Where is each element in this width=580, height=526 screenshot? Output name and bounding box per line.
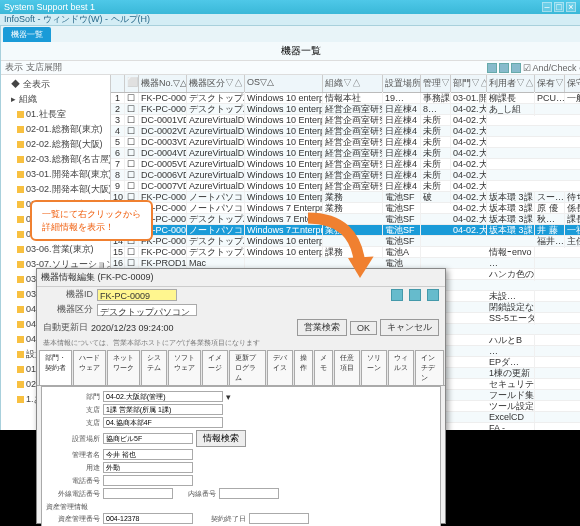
device-type-field[interactable]: デスクトップパソコン bbox=[97, 304, 197, 316]
column-header[interactable]: 部門▽△ bbox=[451, 75, 487, 92]
tree-node[interactable]: 03-01.開発本部(東京) bbox=[3, 167, 108, 182]
dialog-tab[interactable]: メモ bbox=[314, 350, 333, 385]
dialog-body: 部門▾ 支店 支店 設置場所情報検索 管理者名 用途 電話番号 外線電話番号内線… bbox=[41, 386, 441, 526]
dialog-note: 基本情報については、営業本部ホストにアゲげ各業務項目になります bbox=[37, 338, 445, 348]
app-title: System Support best 1 bbox=[4, 2, 95, 12]
autodate-value: 2020/12/23 09:24:00 bbox=[91, 323, 174, 333]
annotation-arrow bbox=[300, 210, 380, 290]
list-toolbar: 表示 支店展開 ☑ And/Check ○ Or bbox=[1, 61, 580, 75]
column-header[interactable]: 設置場所▽△ bbox=[383, 75, 421, 92]
tree-node[interactable]: 01.社長室 bbox=[3, 107, 108, 122]
titlebar: System Support best 1 – □ × bbox=[0, 0, 580, 14]
search-button[interactable]: 営業検索 bbox=[297, 319, 347, 336]
dialog-tab[interactable]: ウィルス bbox=[388, 350, 414, 385]
area-search-button[interactable]: 情報検索 bbox=[196, 430, 246, 447]
grid-header: ⬜機器No.▽△機器区分▽△OS▽△組織▽△設置場所▽△管理▽△部門▽△利用者▽… bbox=[111, 75, 580, 93]
column-header[interactable]: ⬜ bbox=[125, 75, 139, 92]
dialog-tab[interactable]: インチデン bbox=[415, 350, 445, 385]
min-button[interactable]: – bbox=[542, 2, 552, 12]
sub-field[interactable] bbox=[103, 404, 223, 415]
dialog-tab[interactable]: イメージ bbox=[202, 350, 228, 385]
cancel-button[interactable]: キャンセル bbox=[380, 319, 439, 336]
tree-node[interactable]: 03-06.営業(東京) bbox=[3, 242, 108, 257]
tel-field[interactable] bbox=[103, 475, 193, 486]
tree-org[interactable]: ▸ 組織 bbox=[3, 92, 108, 107]
ext-tel-field[interactable] bbox=[103, 488, 173, 499]
expire-field[interactable] bbox=[249, 513, 309, 524]
network-icon bbox=[427, 289, 439, 301]
dialog-tab[interactable]: ソリーン bbox=[361, 350, 387, 385]
column-header[interactable]: 保有▽△ bbox=[535, 75, 565, 92]
dialog-title: 機器情報編集 (FK-PC-0009) bbox=[37, 269, 445, 287]
device-id-label: 機器ID bbox=[43, 288, 93, 301]
dialog-tab[interactable]: 操作 bbox=[294, 350, 313, 385]
area-field[interactable] bbox=[103, 433, 193, 444]
column-header[interactable] bbox=[111, 75, 125, 92]
dialog-tab[interactable]: 更新プログラム bbox=[229, 350, 266, 385]
int-tel-field[interactable] bbox=[219, 488, 279, 499]
monitor-icon bbox=[409, 289, 421, 301]
tree-node[interactable]: 02-02.総務部(大阪) bbox=[3, 137, 108, 152]
columns-icon[interactable] bbox=[499, 63, 509, 73]
dialog-tab[interactable]: ソフトウェア bbox=[168, 350, 201, 385]
close-button[interactable]: × bbox=[566, 2, 576, 12]
dialog-tab[interactable]: システム bbox=[141, 350, 167, 385]
column-header[interactable]: 保守 bbox=[565, 75, 580, 92]
tree-node[interactable]: 03-02.開発本部(大阪) bbox=[3, 182, 108, 197]
column-header[interactable]: 機器区分▽△ bbox=[187, 75, 245, 92]
dialog-tabs: 部門・契約者ハードウェアネットワークシステムソフトウェアイメージ更新プログラムデ… bbox=[37, 350, 445, 386]
loc-field[interactable] bbox=[103, 417, 223, 428]
column-header[interactable]: 利用者▽△ bbox=[487, 75, 535, 92]
dialog-tab[interactable]: 任意項目 bbox=[334, 350, 360, 385]
device-id-field[interactable]: FK-PC-0009 bbox=[97, 289, 177, 301]
toolbar-logic[interactable]: ☑ And/Check ○ Or bbox=[523, 63, 580, 73]
detail-dialog: 機器情報編集 (FK-PC-0009) 機器ID FK-PC-0009 機器区分… bbox=[36, 268, 446, 524]
column-header[interactable]: 管理▽△ bbox=[421, 75, 451, 92]
tab-device-list[interactable]: 機器一覧 bbox=[3, 27, 51, 42]
dialog-tab[interactable]: 部門・契約者 bbox=[39, 350, 72, 385]
dialog-tab[interactable]: デバイス bbox=[267, 350, 293, 385]
asset-section: 資産管理情報 bbox=[46, 502, 436, 512]
device-type-label: 機器区分 bbox=[43, 303, 93, 316]
column-header[interactable]: OS▽△ bbox=[245, 75, 323, 92]
dialog-tab[interactable]: ハードウェア bbox=[73, 350, 106, 385]
asset-no-field[interactable] bbox=[103, 513, 193, 524]
menubar[interactable]: InfoSoft - ウィンドウ(W) - ヘルプ(H) bbox=[0, 14, 580, 26]
ok-button[interactable]: OK bbox=[350, 321, 377, 335]
dialog-tab[interactable]: ネットワーク bbox=[107, 350, 140, 385]
tree-node[interactable]: 02-03.総務部(名古屋) bbox=[3, 152, 108, 167]
tree-root[interactable]: ◆ 全表示 bbox=[3, 77, 108, 92]
dept-field[interactable] bbox=[103, 391, 223, 402]
use-field[interactable] bbox=[103, 462, 193, 473]
tree-node[interactable]: 02-01.総務部(東京) bbox=[3, 122, 108, 137]
annotation-callout: 一覧にて右クリックから 詳細情報を表示！ bbox=[30, 200, 153, 241]
column-header[interactable]: 機器No.▽△ bbox=[139, 75, 187, 92]
tab-row: 機器一覧 bbox=[1, 26, 580, 42]
autodate-label: 自動更新日 bbox=[43, 321, 88, 334]
toolbar-view-label: 表示 支店展開 bbox=[5, 61, 62, 74]
manager-field[interactable] bbox=[103, 449, 193, 460]
export-icon[interactable] bbox=[511, 63, 521, 73]
column-header[interactable]: 組織▽△ bbox=[323, 75, 383, 92]
list-title: 機器一覧 bbox=[1, 42, 580, 61]
max-button[interactable]: □ bbox=[554, 2, 564, 12]
pc-icon bbox=[391, 289, 403, 301]
filter-icon[interactable] bbox=[487, 63, 497, 73]
